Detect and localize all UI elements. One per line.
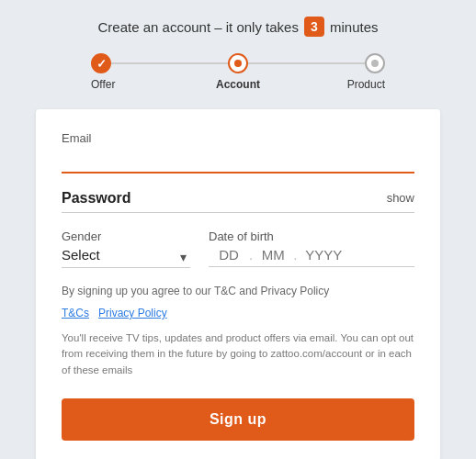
- signup-button[interactable]: Sign up: [62, 398, 414, 441]
- privacy-link[interactable]: Privacy Policy: [98, 307, 167, 319]
- tc-link[interactable]: T&Cs: [62, 307, 89, 319]
- step-account: [228, 53, 248, 73]
- links-row: T&Cs Privacy Policy: [62, 307, 414, 319]
- disclaimer-text: You'll receive TV tips, updates and prod…: [62, 330, 414, 378]
- show-password-toggle[interactable]: show: [387, 191, 414, 205]
- header-text-before: Create an account – it only takes: [98, 19, 299, 35]
- gender-select[interactable]: Select Male Female Other: [62, 247, 190, 263]
- stepper: ✓ Offer Account Product: [91, 53, 385, 91]
- email-input[interactable]: [62, 149, 414, 174]
- dob-mm-input[interactable]: [253, 247, 293, 263]
- dob-yyyy-input[interactable]: [297, 247, 350, 263]
- step-product: [365, 53, 385, 73]
- step-offer: ✓: [91, 53, 111, 73]
- password-field-group: Password show: [62, 190, 414, 213]
- page-container: Create an account – it only takes 3 minu…: [0, 0, 476, 459]
- gender-label: Gender: [62, 230, 190, 243]
- connector-1: [111, 62, 228, 64]
- connector-2: [248, 62, 365, 64]
- step-offer-circle: ✓: [91, 53, 111, 73]
- step-offer-label: Offer: [91, 78, 155, 91]
- step-product-label: Product: [321, 78, 385, 91]
- form-card: Email Password show Gender Select Male F…: [36, 109, 440, 459]
- password-label: Password: [62, 190, 131, 207]
- minutes-badge: 3: [304, 17, 324, 37]
- step-account-label: Account: [206, 78, 270, 91]
- gender-group: Gender Select Male Female Other ▾: [62, 230, 190, 268]
- step-account-dot: [234, 60, 242, 67]
- step-account-circle: [228, 53, 248, 73]
- gender-dob-row: Gender Select Male Female Other ▾ Date o…: [62, 230, 414, 268]
- gender-select-wrapper: Select Male Female Other ▾: [62, 247, 190, 268]
- page-header: Create an account – it only takes 3 minu…: [98, 17, 379, 37]
- dob-inputs: . .: [209, 247, 414, 267]
- dob-dd-input[interactable]: [209, 247, 249, 263]
- dob-group: Date of birth . .: [209, 230, 414, 268]
- header-text-after: minutes: [330, 19, 379, 35]
- dob-label: Date of birth: [209, 230, 414, 243]
- step-product-circle: [365, 53, 385, 73]
- step-product-dot: [371, 60, 379, 67]
- email-label: Email: [62, 131, 414, 145]
- email-field-group: Email: [62, 131, 414, 174]
- terms-text: By signing up you agree to our T&C and P…: [62, 283, 414, 299]
